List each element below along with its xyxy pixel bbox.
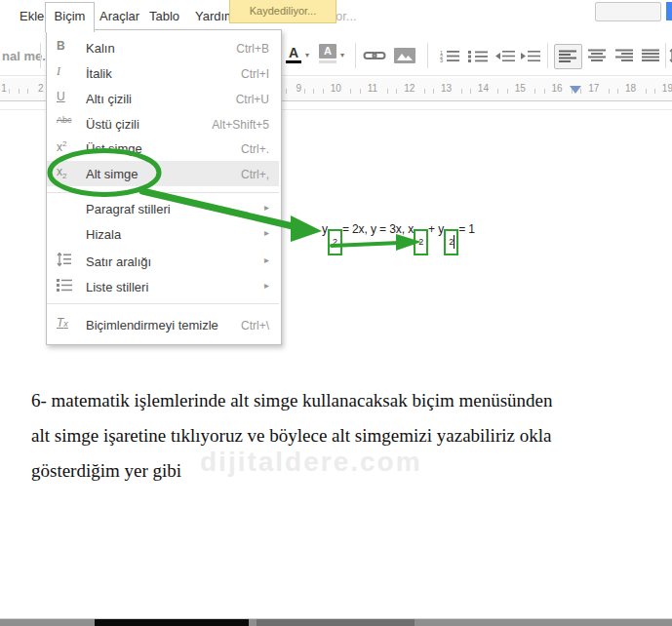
- decrease-indent-icon[interactable]: [494, 50, 516, 62]
- subscript-highlight-box-3: 2: [444, 229, 458, 255]
- highlight-color-bar: [319, 60, 336, 63]
- taskbar: [0, 618, 672, 626]
- menu-separator: [47, 303, 279, 304]
- menu-item-hizala[interactable]: Hizala ▸: [47, 221, 279, 247]
- menu-item-paragraf-stilleri[interactable]: Paragraf stilleri ▸: [47, 196, 279, 221]
- ruler-number: 12: [402, 83, 416, 94]
- line-spacing-icon: [57, 253, 78, 270]
- clear-formatting-icon: Tx: [57, 316, 78, 333]
- text-cursor: [454, 235, 455, 249]
- insert-image-icon[interactable]: [394, 48, 415, 63]
- menu-item-shortcut: Ctrl+.: [241, 142, 269, 156]
- menu-item-shortcut: Alt+Shift+5: [212, 118, 269, 132]
- strikethrough-icon: Abc: [57, 115, 78, 133]
- text-color-bar: [286, 60, 301, 63]
- format-menu: B Kalın Ctrl+B I İtalik Ctrl+I U Altı çi…: [46, 29, 282, 345]
- menu-item-kalin[interactable]: B Kalın Ctrl+B: [47, 35, 279, 60]
- ruler-number: 15: [513, 83, 528, 94]
- menubar-item-tablo[interactable]: Tablo: [149, 9, 179, 23]
- formula-seg4: = 1: [458, 222, 475, 236]
- list-styles-icon: [57, 278, 78, 295]
- toolbar-separator: [355, 43, 356, 68]
- right-indent-marker[interactable]: [570, 86, 581, 94]
- menu-item-label: Altı çizili: [86, 92, 132, 106]
- toolbar-separator: [40, 43, 41, 68]
- taskbar-active-window[interactable]: [95, 619, 249, 626]
- menu-item-liste-stilleri[interactable]: Liste stilleri ▸: [47, 274, 279, 299]
- arrow-head: [291, 215, 322, 242]
- ruler-number: 2: [36, 83, 46, 94]
- paragraph-line: gösterdiğim yer gibi: [31, 453, 553, 489]
- menu-item-label: Alt simge: [86, 167, 138, 181]
- bold-icon: B: [57, 39, 78, 57]
- subscript-2: 2: [333, 237, 337, 247]
- submenu-arrow-icon: ▸: [264, 202, 269, 213]
- menu-separator: [47, 192, 279, 193]
- align-right-icon[interactable]: [615, 49, 634, 62]
- menu-item-label: Satır aralığı: [86, 254, 151, 269]
- highlight-color-icon[interactable]: A: [319, 44, 336, 59]
- ruler-number: 10: [329, 83, 343, 94]
- menu-item-shortcut: Ctrl+,: [241, 168, 269, 181]
- menu-item-label: Liste stilleri: [86, 280, 148, 294]
- saving-status-tail: or...: [336, 9, 357, 23]
- insert-link-icon[interactable]: [363, 49, 386, 62]
- ruler-number: 17: [586, 83, 601, 94]
- highlight-caret-icon[interactable]: ▾: [340, 51, 344, 59]
- taskbar-window[interactable]: [257, 619, 415, 626]
- saving-tooltip: Kaydediliyor...: [229, 0, 336, 23]
- menu-item-shortcut: Ctrl+U: [236, 93, 269, 106]
- subscript-highlight-box-2: 2: [414, 229, 428, 255]
- menu-item-shortcut: Ctrl+B: [236, 42, 269, 56]
- toolbar-separator: [427, 43, 428, 68]
- toolbar-separator: [547, 43, 548, 68]
- comments-button[interactable]: [595, 2, 661, 21]
- menu-item-ust-simge[interactable]: x2 Üst simge Ctrl+.: [47, 136, 279, 161]
- menu-item-italik[interactable]: I İtalik Ctrl+I: [47, 60, 279, 86]
- ruler-number: 13: [439, 83, 454, 94]
- formula-seg2: = 2x, y = 3x, x: [342, 222, 414, 236]
- menu-item-label: Üstü çizili: [86, 117, 139, 132]
- ruler-number: 14: [476, 83, 491, 94]
- share-button[interactable]: [666, 2, 672, 20]
- submenu-arrow-icon: ▸: [264, 227, 269, 238]
- menubar-item-araclar[interactable]: Araçlar: [99, 9, 139, 23]
- ruler-number: 16: [549, 83, 564, 94]
- paragraph-line: alt simge işaretine tıklıyoruz ve böylec…: [31, 418, 553, 453]
- menubar-item-ekle[interactable]: Ekle: [20, 9, 44, 23]
- menu-item-label: İtalik: [86, 66, 112, 81]
- paragraph-line: 6- matematik işlemlerinde alt simge kull…: [31, 383, 553, 418]
- bulleted-list-icon[interactable]: [467, 50, 489, 62]
- submenu-arrow-icon: ▸: [264, 280, 269, 291]
- svg-text:3: 3: [440, 58, 443, 62]
- paragraph-text[interactable]: 6- matematik işlemlerinde alt simge kull…: [31, 383, 553, 489]
- menu-item-label: Hizala: [86, 227, 121, 242]
- text-color-icon[interactable]: A: [286, 45, 301, 60]
- underline-icon: U: [57, 90, 78, 107]
- text-color-caret-icon[interactable]: ▾: [305, 51, 309, 59]
- justify-icon[interactable]: [642, 49, 660, 62]
- menu-item-shortcut: Ctrl+I: [241, 67, 269, 81]
- menu-item-alti-cizili[interactable]: U Altı çizili Ctrl+U: [47, 86, 279, 111]
- menu-item-label: Üst simge: [86, 141, 142, 156]
- ruler-number: 11: [366, 83, 379, 94]
- menu-item-label: Paragraf stilleri: [86, 202, 171, 216]
- menu-item-label: Biçimlendirmeyi temizle: [86, 318, 218, 333]
- menubar-item-bicim[interactable]: Biçim: [45, 2, 95, 32]
- subscript-2: 2: [418, 237, 423, 247]
- superscript-icon: x2: [57, 139, 78, 157]
- menu-item-alt-simge[interactable]: x2 Alt simge Ctrl+,: [47, 161, 279, 186]
- submenu-arrow-icon: ▸: [264, 254, 269, 265]
- numbered-list-icon[interactable]: 1 2 3: [439, 50, 460, 62]
- menu-item-ustu-cizili[interactable]: Abc Üstü çizili Alt+Shift+5: [47, 111, 279, 137]
- align-center-icon[interactable]: [588, 49, 607, 62]
- subscript-highlight-box-1: 2: [328, 229, 342, 255]
- toolbar-separator: [665, 43, 666, 68]
- menu-item-satir-araligi[interactable]: Satır aralığı ▸: [47, 249, 279, 274]
- formula-text-line[interactable]: y 2 = 2x, y = 3x, x 2 + y 2 = 1: [322, 222, 475, 255]
- menu-item-bicimlendirmeyi-temizle[interactable]: Tx Biçimlendirmeyi temizle Ctrl+\: [47, 312, 279, 337]
- align-left-button-active[interactable]: [554, 44, 582, 69]
- ruler-number: 9: [295, 83, 304, 94]
- subscript-icon: x2: [57, 165, 78, 182]
- increase-indent-icon[interactable]: [520, 50, 541, 62]
